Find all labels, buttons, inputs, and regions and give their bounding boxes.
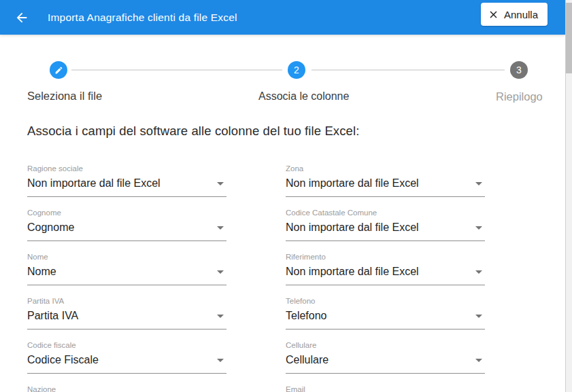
field-codice-catastale-comune: Codice Catastale Comune Non importare da…	[286, 208, 485, 252]
dropdown-caret-icon	[475, 270, 482, 274]
dropdown-value: Partita IVA	[27, 309, 78, 323]
pencil-icon	[54, 66, 63, 75]
dropdown-value: Codice Fiscale	[27, 353, 99, 367]
field-telefono: Telefono Telefono	[286, 296, 485, 340]
dropdown-caret-icon	[475, 182, 482, 185]
cancel-button-label: Annulla	[504, 9, 538, 20]
field-nazione: Nazione	[27, 385, 226, 392]
dropdown-value: Cognome	[27, 221, 74, 234]
dropdown-value: Cellulare	[286, 353, 329, 367]
vertical-scrollbar-thumb[interactable]	[566, 3, 572, 73]
field-label: Telefono	[286, 296, 485, 306]
app-bar: Importa Anagrafiche clienti da file Exce…	[0, 0, 565, 35]
field-label: Nazione	[27, 385, 226, 392]
back-arrow-icon[interactable]	[14, 10, 30, 26]
dropdown-codice-fiscale[interactable]: Codice Fiscale	[27, 353, 226, 374]
field-label: Email	[286, 385, 485, 392]
dropdown-value: Non importare dal file Excel	[286, 177, 419, 190]
step-3-label: Riepilogo	[496, 90, 543, 103]
dropdown-caret-icon	[217, 359, 224, 362]
field-label: Codice fiscale	[27, 340, 226, 350]
step-3-circle[interactable]: 3	[510, 61, 528, 79]
field-cellulare: Cellulare Cellulare	[286, 340, 485, 385]
field-label: Codice Catastale Comune	[286, 208, 485, 217]
field-label: Cognome	[27, 208, 226, 217]
field-riferimento: Riferimento Non importare dal file Excel	[286, 252, 485, 296]
dropdown-caret-icon	[475, 226, 482, 230]
dropdown-codice-catastale-comune[interactable]: Non importare dal file Excel	[286, 221, 485, 241]
field-label: Partita IVA	[27, 296, 226, 306]
step-3-number: 3	[516, 65, 522, 75]
step-1-label: Seleziona il file	[27, 90, 102, 103]
field-label: Riferimento	[286, 252, 485, 262]
step-2-circle[interactable]: 2	[288, 61, 305, 79]
dropdown-value: Non importare dal file Excel	[286, 221, 419, 234]
close-icon	[488, 9, 499, 20]
dropdown-value: Non importare dal file Excel	[286, 265, 419, 279]
dropdown-value: Telefono	[286, 309, 327, 323]
field-partita-iva: Partita IVA Partita IVA	[27, 296, 226, 340]
field-nome: Nome Nome	[27, 252, 226, 296]
dropdown-partita-iva[interactable]: Partita IVA	[27, 309, 226, 329]
dropdown-value: Nome	[27, 265, 56, 279]
dropdown-caret-icon	[217, 270, 224, 274]
field-label: Nome	[27, 252, 226, 262]
field-email: Email	[286, 385, 485, 392]
step-2-number: 2	[294, 65, 299, 75]
dropdown-ragione-sociale[interactable]: Non importare dal file Excel	[27, 177, 226, 197]
dropdown-caret-icon	[217, 226, 224, 230]
dropdown-zona[interactable]: Non importare dal file Excel	[286, 177, 485, 197]
dropdown-nome[interactable]: Nome	[27, 265, 226, 285]
field-ragione-sociale: Ragione sociale Non importare dal file E…	[27, 164, 226, 208]
dropdown-riferimento[interactable]: Non importare dal file Excel	[286, 265, 485, 285]
dropdown-telefono[interactable]: Telefono	[286, 309, 485, 329]
stepper-connector-2	[312, 69, 505, 71]
page-title: Importa Anagrafiche clienti da file Exce…	[48, 12, 237, 24]
step-2-label: Associa le colonne	[258, 90, 349, 103]
dropdown-caret-icon	[475, 359, 482, 362]
dropdown-caret-icon	[217, 182, 224, 185]
step-1-circle[interactable]	[50, 61, 67, 79]
field-zona: Zona Non importare dal file Excel	[286, 164, 485, 208]
column-mapping-form: Ragione sociale Non importare dal file E…	[27, 164, 485, 392]
dropdown-caret-icon	[475, 315, 482, 318]
field-codice-fiscale: Codice fiscale Codice Fiscale	[27, 340, 226, 385]
field-label: Cellulare	[286, 340, 485, 350]
dropdown-caret-icon	[217, 315, 224, 318]
cancel-button[interactable]: Annulla	[481, 3, 548, 26]
stepper-connector-1	[71, 69, 282, 71]
field-label: Ragione sociale	[27, 164, 226, 173]
dropdown-cognome[interactable]: Cognome	[27, 221, 226, 241]
dropdown-value: Non importare dal file Excel	[27, 177, 161, 190]
vertical-scrollbar-track[interactable]	[565, 0, 572, 392]
section-heading: Associa i campi del software alle colonn…	[27, 124, 359, 139]
field-label: Zona	[286, 164, 485, 173]
field-cognome: Cognome Cognome	[27, 208, 226, 252]
dropdown-cellulare[interactable]: Cellulare	[286, 353, 485, 374]
